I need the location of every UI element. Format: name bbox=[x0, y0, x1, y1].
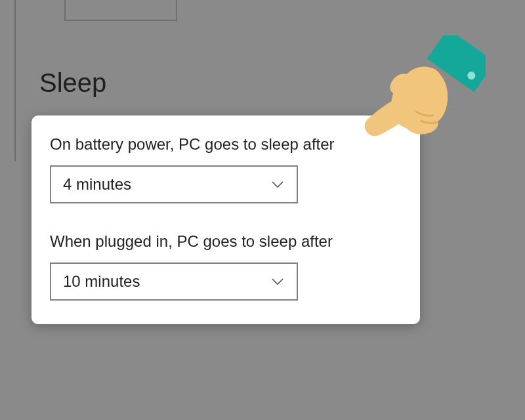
chevron-down-icon bbox=[270, 274, 285, 289]
vertical-divider bbox=[14, 0, 16, 161]
svg-point-1 bbox=[466, 70, 477, 81]
sleep-plugged-in-dropdown[interactable]: 10 minutes bbox=[50, 262, 298, 301]
settings-page-background: Sleep On battery power, PC goes to sleep… bbox=[0, 0, 525, 420]
cropped-dropdown-outline bbox=[64, 0, 177, 21]
sleep-on-battery-dropdown[interactable]: 4 minutes bbox=[50, 165, 298, 203]
sleep-settings-card: On battery power, PC goes to sleep after… bbox=[32, 116, 420, 324]
sleep-section-heading: Sleep bbox=[39, 68, 106, 98]
chevron-down-icon bbox=[270, 177, 285, 192]
sleep-plugged-in-label: When plugged in, PC goes to sleep after bbox=[50, 232, 402, 251]
sleep-on-battery-label: On battery power, PC goes to sleep after bbox=[50, 135, 402, 154]
sleep-on-battery-value: 4 minutes bbox=[63, 175, 131, 194]
svg-rect-0 bbox=[427, 35, 486, 92]
sleep-on-battery-group: On battery power, PC goes to sleep after… bbox=[50, 135, 402, 203]
sleep-plugged-in-value: 10 minutes bbox=[63, 272, 140, 291]
sleep-plugged-in-group: When plugged in, PC goes to sleep after … bbox=[50, 232, 402, 301]
